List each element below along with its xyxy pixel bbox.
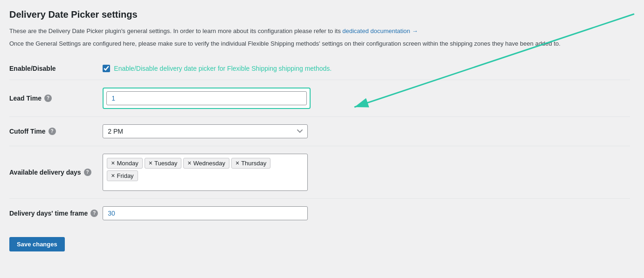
time-frame-control xyxy=(103,198,630,228)
tag-wednesday-remove[interactable]: × xyxy=(187,160,191,166)
cutoff-time-control: 12 AM 1 AM 2 AM 3 AM 4 AM 5 AM 6 AM 7 AM… xyxy=(103,116,630,146)
tag-monday-remove[interactable]: × xyxy=(111,160,115,166)
tag-thursday-label: Thursday xyxy=(241,160,266,167)
time-frame-row: Delivery days' time frame ? xyxy=(9,198,630,228)
cutoff-time-select[interactable]: 12 AM 1 AM 2 AM 3 AM 4 AM 5 AM 6 AM 7 AM… xyxy=(103,124,308,138)
tag-friday-label: Friday xyxy=(117,172,134,179)
lead-time-label: Lead Time ? xyxy=(9,80,103,116)
tag-thursday: × Thursday xyxy=(231,158,270,169)
lead-time-help-icon[interactable]: ? xyxy=(44,95,52,102)
page-title: Delivery Date Picker settings xyxy=(9,9,630,20)
tag-monday: × Monday xyxy=(107,158,142,169)
delivery-days-label: Available delivery days ? xyxy=(9,146,103,198)
delivery-days-row: Available delivery days ? × Monday × Tue… xyxy=(9,146,630,198)
lead-time-row: Lead Time ? xyxy=(9,80,630,116)
settings-table: Enable/Disable Enable/Disable delivery d… xyxy=(9,57,630,228)
cutoff-time-row: Cutoff Time ? 12 AM 1 AM 2 AM 3 AM 4 AM … xyxy=(9,116,630,146)
lead-time-highlight-box xyxy=(103,88,311,109)
tag-tuesday-remove[interactable]: × xyxy=(149,160,152,166)
delivery-days-help-icon[interactable]: ? xyxy=(84,169,91,176)
enable-disable-control: Enable/Disable delivery date picker for … xyxy=(103,57,630,80)
tag-tuesday-label: Tuesday xyxy=(154,160,177,167)
enable-disable-checkbox-label: Enable/Disable delivery date picker for … xyxy=(114,65,332,72)
tag-friday: × Friday xyxy=(107,170,138,181)
tag-wednesday-label: Wednesday xyxy=(194,160,225,167)
tag-tuesday: × Tuesday xyxy=(145,158,182,169)
documentation-link[interactable]: dedicated documentation → xyxy=(342,27,418,34)
cutoff-time-label: Cutoff Time ? xyxy=(9,116,103,146)
tag-thursday-remove[interactable]: × xyxy=(235,160,239,166)
enable-disable-row: Enable/Disable Enable/Disable delivery d… xyxy=(9,57,630,80)
time-frame-help-icon[interactable]: ? xyxy=(90,210,98,217)
delivery-days-control: × Monday × Tuesday × Wednesday × Thursda… xyxy=(103,146,630,198)
time-frame-input[interactable] xyxy=(103,206,308,220)
lead-time-control xyxy=(103,80,630,116)
lead-time-input[interactable] xyxy=(106,91,307,105)
time-frame-label: Delivery days' time frame ? xyxy=(9,198,103,228)
description-2: Once the General Settings are configured… xyxy=(9,39,630,49)
cutoff-time-help-icon[interactable]: ? xyxy=(48,128,56,135)
enable-disable-label: Enable/Disable xyxy=(9,57,103,80)
description-1: These are the Delivery Date Picker plugi… xyxy=(9,27,630,36)
tag-monday-label: Monday xyxy=(117,160,138,167)
enable-disable-checkbox[interactable] xyxy=(103,65,110,72)
delivery-days-tags-container[interactable]: × Monday × Tuesday × Wednesday × Thursda… xyxy=(103,154,308,191)
tag-friday-remove[interactable]: × xyxy=(111,172,115,179)
tag-wednesday: × Wednesday xyxy=(183,158,229,169)
save-changes-button[interactable]: Save changes xyxy=(9,237,65,251)
